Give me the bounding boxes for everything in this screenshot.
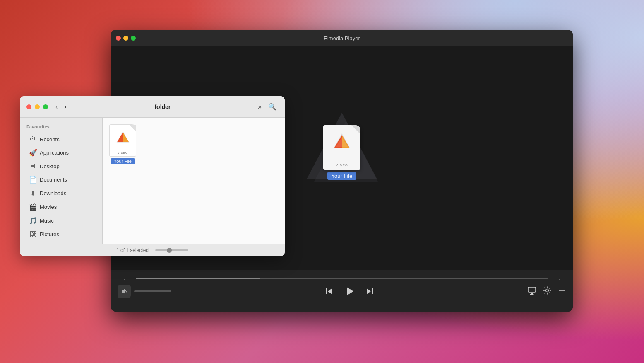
finder-back-button[interactable]: ‹ [53,102,60,112]
finder-nav-buttons: ‹ › [53,102,69,112]
player-file-name-badge: Your File [327,172,357,180]
prev-track-button[interactable] [324,287,334,296]
svg-rect-12 [372,288,373,294]
documents-icon: 📄 [29,176,36,184]
svg-rect-9 [326,288,327,294]
progress-bar-area: --:-- --:-- [118,270,566,285]
sidebar-item-applications[interactable]: 🚀 Applications [22,146,100,160]
finder-minimize-button[interactable] [35,104,40,109]
file-name-badge: Your File [111,158,135,164]
player-file-icon: VIDEO Your File [323,125,360,180]
finder-chevrons-button[interactable]: » [256,101,263,112]
finder-close-button[interactable] [26,104,31,109]
sidebar-item-downloads[interactable]: ⬇ Downloads [22,186,100,200]
movies-icon: 🎬 [29,203,36,211]
recents-icon: ⏱ [29,136,36,143]
sidebar-item-desktop[interactable]: 🖥 Desktop [22,160,100,173]
settings-button[interactable] [543,286,551,297]
file-type-label: VIDEO [118,151,127,154]
sidebar-item-label-recents: Recents [40,136,60,143]
finder-traffic-lights [26,104,48,109]
sidebar-item-recents[interactable]: ⏱ Recents [22,133,100,146]
sidebar-item-label-applications: Applications [40,150,69,156]
playlist-button[interactable] [558,287,566,296]
sidebar-section-favourites: Favourites [20,123,102,133]
player-traffic-lights [116,36,136,41]
sidebar-item-label-desktop: Desktop [40,163,60,169]
sidebar-item-label-documents: Documents [40,177,67,183]
sidebar-item-pictures[interactable]: 🖼 Pictures [22,227,100,241]
playback-controls [324,286,374,297]
progress-track[interactable] [136,278,548,279]
playlist-icon [558,287,566,294]
volume-icon [121,288,127,294]
right-controls [527,286,566,297]
svg-marker-10 [347,287,353,295]
play-button[interactable] [344,286,355,297]
volume-slider[interactable] [134,290,171,292]
volume-button[interactable] [118,285,131,298]
airplay-button[interactable] [527,286,536,297]
desktop-icon: 🖥 [29,162,36,170]
svg-line-7 [125,290,127,292]
file-document-icon: VIDEO [109,124,136,157]
player-controls: --:-- --:-- [111,270,573,312]
sidebar-item-label-movies: Movies [40,204,57,210]
zoom-track [155,249,188,251]
sidebar-item-label-downloads: Downloads [40,190,66,196]
prev-icon [324,287,334,296]
pictures-icon: 🖼 [29,230,36,238]
next-track-button[interactable] [365,287,374,296]
svg-marker-6 [122,289,125,294]
file-item[interactable]: VIDEO Your File [109,124,136,164]
sidebar-item-label-pictures: Pictures [40,231,59,237]
finder-status-text: 1 of 1 selected [116,247,149,253]
sidebar-item-label-music: Music [40,218,54,224]
svg-marker-11 [367,288,371,294]
svg-marker-8 [328,288,332,294]
next-icon [365,287,374,296]
sidebar-item-movies[interactable]: 🎬 Movies [22,200,100,214]
airplay-icon [527,286,536,295]
player-minimize-button[interactable] [123,36,128,41]
finder-forward-button[interactable]: › [62,102,69,112]
player-close-button[interactable] [116,36,121,41]
play-icon [344,286,355,297]
finder-search-button[interactable]: 🔍 [267,101,278,112]
finder-statusbar: 1 of 1 selected [20,244,285,256]
finder-titlebar: ‹ › folder » 🔍 [20,96,285,118]
gear-icon [543,286,551,295]
file-corner-fold [351,125,360,134]
zoom-thumb [167,248,172,253]
player-titlebar: Elmedia Player [111,30,573,46]
player-elmedia-logo [332,132,352,153]
player-title: Elmedia Player [324,35,360,41]
player-maximize-button[interactable] [131,36,136,41]
svg-marker-14 [530,293,534,295]
controls-row [118,285,566,298]
file-doc-logo [115,130,131,147]
downloads-icon: ⬇ [29,189,36,197]
progress-fill [136,278,260,279]
finder-maximize-button[interactable] [43,104,48,109]
time-end-label: --:-- [553,276,566,281]
finder-sidebar: Favourites ⏱ Recents 🚀 Applications 🖥 De… [20,118,103,244]
volume-area [118,285,171,298]
applications-icon: 🚀 [29,149,36,157]
finder-files-area: VIDEO Your File [103,118,285,244]
svg-point-15 [546,289,549,292]
player-file-type-label: VIDEO [336,163,348,167]
svg-rect-13 [528,287,536,292]
sidebar-item-music[interactable]: 🎵 Music [22,214,100,227]
finder-window: ‹ › folder » 🔍 Favourites ⏱ Recents 🚀 Ap… [20,96,285,256]
sidebar-item-documents[interactable]: 📄 Documents [22,173,100,186]
finder-location-label: folder [74,104,251,110]
time-start-label: --:-- [118,276,131,281]
finder-view-buttons: » 🔍 [256,101,278,112]
finder-body: Favourites ⏱ Recents 🚀 Applications 🖥 De… [20,118,285,244]
zoom-slider[interactable] [155,249,188,251]
music-icon: 🎵 [29,217,36,225]
